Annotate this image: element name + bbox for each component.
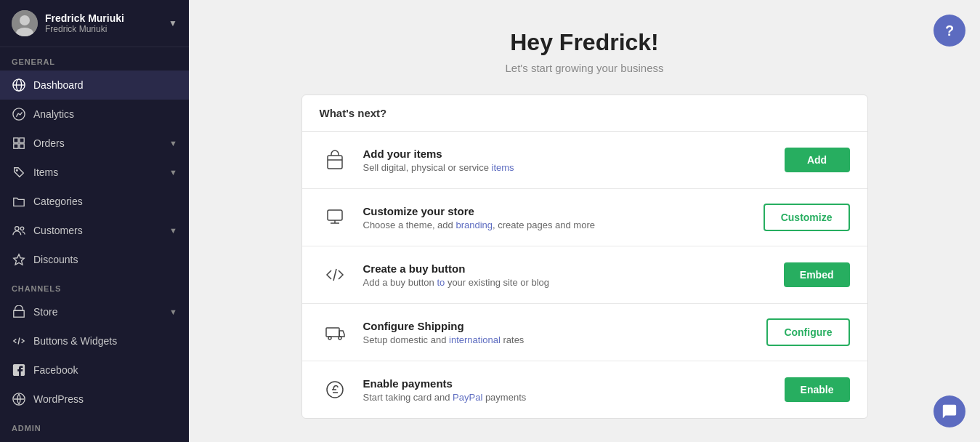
items-link[interactable]: items [492,162,514,173]
branding-link[interactable]: branding [455,220,493,230]
task-row-customize: Customize your store Choose a theme, add… [302,189,867,246]
svg-line-24 [333,269,336,281]
to-link[interactable]: to [437,277,445,288]
page-subtitle: Let's start growing your business [301,62,868,74]
paypal-link[interactable]: PayPal [453,392,482,403]
svg-rect-7 [14,138,18,142]
sidebar-item-analytics[interactable]: Analytics [0,100,189,129]
svg-rect-8 [20,138,24,142]
sidebar-item-facebook-label: Facebook [33,364,78,376]
bag-icon [320,145,350,175]
task-title-shipping: Configure Shipping [363,320,767,332]
brush-icon [320,202,350,233]
sidebar-item-buttons-widgets[interactable]: Buttons & Widgets [0,326,189,355]
svg-rect-19 [328,156,342,169]
code-bracket-icon [320,260,350,290]
customize-button[interactable]: Customize [764,204,850,231]
help-button[interactable]: ? [934,15,965,47]
sidebar-item-discounts[interactable]: Discounts [0,245,189,274]
globe-icon [12,78,26,92]
sidebar-item-orders[interactable]: Orders ▼ [0,129,189,158]
sidebar-item-dashboard[interactable]: Dashboard [0,71,189,100]
task-info-buy-button: Create a buy button Add a buy button to … [363,262,784,288]
chart-icon [12,107,26,121]
add-items-button[interactable]: Add [785,148,850,172]
channels-section-label: CHANNELS [0,274,189,297]
svg-point-27 [339,337,341,339]
svg-line-17 [18,338,20,345]
folder-icon [12,194,26,209]
sidebar-item-store-label: Store [33,306,57,318]
task-desc-buy-button: Add a buy button to your existing site o… [363,277,784,288]
svg-rect-9 [14,144,18,148]
task-info-shipping: Configure Shipping Setup domestic and in… [363,320,767,345]
sidebar: Fredrick Muriuki Fredrick Muriuki ▼ GENE… [0,0,189,442]
store-chevron-icon: ▼ [169,308,177,316]
facebook-icon [12,363,26,377]
task-row-shipping: Configure Shipping Setup domestic and in… [302,304,867,361]
user-header[interactable]: Fredrick Muriuki Fredrick Muriuki ▼ [0,0,189,47]
main-content-area: Hey Fredrick! Let's start growing your b… [189,0,980,442]
svg-rect-10 [20,144,24,148]
embed-button[interactable]: Embed [784,262,850,287]
sidebar-item-wordpress[interactable]: WordPress [0,385,189,414]
svg-point-26 [328,337,331,339]
svg-point-1 [20,15,30,25]
general-section-label: GENERAL [0,47,189,71]
enable-button[interactable]: Enable [785,377,850,402]
task-desc-customize: Choose a theme, add branding, create pag… [363,220,764,230]
svg-rect-15 [14,310,24,317]
task-desc-shipping: Setup domestic and international rates [363,334,767,345]
star-icon [12,252,26,267]
task-desc-add-items: Sell digital, physical or service items [363,162,785,173]
page-title: Hey Fredrick! [301,29,868,56]
admin-section-label: ADMIN [0,414,189,437]
chat-button[interactable] [934,395,965,427]
sidebar-item-discounts-label: Discounts [33,254,78,265]
sidebar-item-items[interactable]: Items ▼ [0,158,189,187]
orders-chevron-icon: ▼ [169,139,177,148]
task-title-add-items: Add your items [363,148,785,160]
wordpress-icon [12,392,26,406]
sidebar-item-customers-label: Customers [33,225,83,236]
svg-rect-21 [328,210,342,220]
svg-rect-25 [326,328,339,337]
sidebar-item-categories[interactable]: Categories [0,187,189,216]
international-link[interactable]: international [449,334,501,345]
svg-marker-14 [14,254,24,265]
task-row-buy-button: Create a buy button Add a buy button to … [302,246,867,304]
user-sub: Fredrick Muriuki [45,24,169,34]
sidebar-item-analytics-label: Analytics [33,108,74,120]
svg-point-11 [16,169,17,171]
svg-point-13 [20,227,24,230]
code-icon [12,334,26,348]
sidebar-item-store[interactable]: Store ▼ [0,297,189,326]
user-chevron-icon: ▼ [169,18,177,28]
truck-icon [320,317,350,347]
task-desc-payments: Start taking card and PayPal payments [363,392,785,403]
pound-icon [320,374,350,405]
sidebar-item-items-label: Items [33,166,58,178]
sidebar-item-buttons-widgets-label: Buttons & Widgets [33,335,117,347]
configure-button[interactable]: Configure [766,318,849,346]
svg-point-12 [15,227,19,230]
tag-icon [12,165,26,180]
items-chevron-icon: ▼ [169,168,177,177]
sidebar-item-customers[interactable]: Customers ▼ [0,216,189,245]
customers-chevron-icon: ▼ [169,226,177,235]
sidebar-item-facebook[interactable]: Facebook [0,355,189,385]
task-row-add-items: Add your items Sell digital, physical or… [302,132,867,189]
sidebar-item-dashboard-label: Dashboard [33,79,84,91]
task-info-add-items: Add your items Sell digital, physical or… [363,148,785,173]
sidebar-item-categories-label: Categories [33,196,83,207]
card-header: What's next? [302,95,867,132]
task-row-payments: Enable payments Start taking card and Pa… [302,361,867,418]
sidebar-item-orders-label: Orders [33,137,65,149]
task-title-payments: Enable payments [363,377,785,390]
task-info-customize: Customize your store Choose a theme, add… [363,205,764,230]
avatar [12,10,38,36]
task-info-payments: Enable payments Start taking card and Pa… [363,377,785,403]
whats-next-card: What's next? Add your items Sell digital… [301,95,868,419]
user-name: Fredrick Muriuki [45,12,169,24]
user-info: Fredrick Muriuki Fredrick Muriuki [45,12,169,34]
